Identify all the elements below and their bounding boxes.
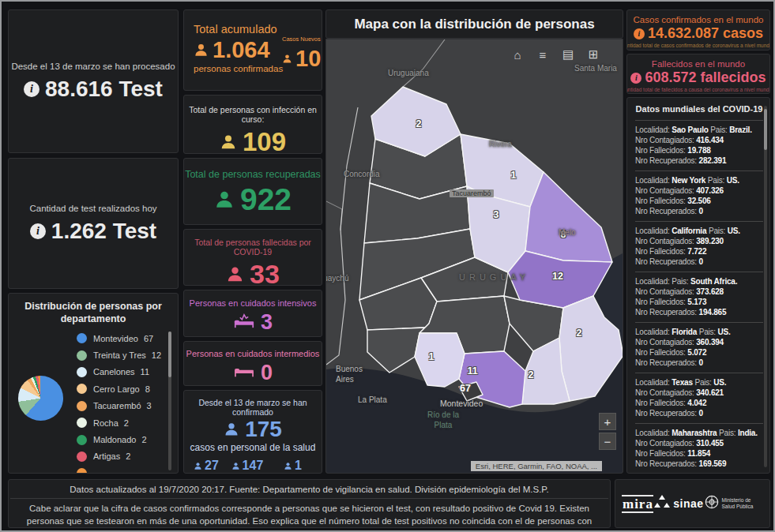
world-entry-line: Nro Fallecidos: 5.072	[635, 347, 763, 358]
deceased-value: 33	[250, 259, 280, 286]
world-deaths-label: Fallecidos en el mundo	[652, 59, 745, 69]
world-entry-line: Nro Recuperados: 0	[635, 257, 763, 267]
new-cases-block: Casos Nuevos 10	[282, 36, 321, 72]
world-confirmed-panel: Casos confirmados en el mundo i 14.632.0…	[626, 9, 770, 51]
country-value: South Africa.	[690, 277, 737, 286]
person-icon	[284, 462, 292, 470]
world-entry-line: Localidad: Sao Paulo Pais: Brazil.	[635, 125, 763, 135]
footer-panel: Datos actualizados al 19/7/2020 20:17. F…	[8, 479, 611, 528]
deaths-value: 5.072	[687, 348, 706, 357]
layers-icon[interactable]: ▤	[559, 46, 577, 63]
info-icon[interactable]: i	[24, 81, 40, 97]
breakdown-item: 27 Activos	[194, 459, 219, 474]
deaths-value: 32.506	[687, 197, 710, 205]
legend-list-icon[interactable]: ≡	[534, 46, 551, 63]
tests-processed-label: Desde el 13 de marzo se han procesado	[11, 62, 175, 71]
recovered-value: 0	[699, 207, 703, 215]
info-icon[interactable]: i	[630, 73, 641, 84]
country-value: US.	[718, 328, 731, 336]
basemap-icon[interactable]: ⊞	[585, 46, 602, 63]
map-label-montevideo: Montevideo	[440, 399, 483, 408]
breakdown-item: 1 Fallecido	[284, 459, 310, 474]
icu-value: 3	[261, 310, 273, 335]
country-value: India.	[738, 429, 758, 437]
recovered-value: 922	[240, 182, 292, 217]
world-entry-line: Nro Recuperados: 0	[635, 408, 763, 418]
mira-logo: mira	[622, 494, 653, 514]
world-entry-line: Nro Contagiados: 416.434	[635, 135, 763, 145]
info-icon[interactable]: i	[30, 223, 46, 239]
health-workers-sub-label: casos en personal de la salud	[190, 442, 316, 453]
map-marker-rivera: 1	[511, 170, 517, 181]
person-icon	[231, 462, 240, 470]
health-workers-value: 175	[245, 417, 282, 442]
health-workers-panel: Desde el 13 de marzo se han confirmado 1…	[183, 390, 322, 474]
active-cases-panel: Total de personas con infección en curso…	[183, 95, 322, 154]
recovered-value: 282.391	[699, 156, 727, 165]
world-entry-line: Localidad: Maharashtra Pais: India.	[635, 428, 763, 438]
map-marker-rocha: 2	[577, 328, 582, 339]
health-workers-breakdown: 27 Activos 147 Recuperados 1 Fallecido	[184, 453, 322, 474]
map-label-la-plata: La Plata	[358, 395, 387, 404]
tests-today-value: 1.262 Test	[51, 219, 156, 244]
map-marker-maldonado: 2	[529, 369, 534, 380]
footer-logos-panel: mira sinae Ministerio de Salud Pública	[615, 479, 770, 528]
home-icon[interactable]: ⌂	[509, 46, 526, 63]
recovered-value: 0	[699, 358, 703, 367]
footer-disclaimer-text: Cabe aclarar que la cifra de casos confi…	[9, 499, 610, 528]
bed-icon	[233, 365, 255, 381]
world-data-list-panel[interactable]: Datos mundiales del COVID-19 Localidad: …	[626, 97, 770, 474]
zoom-out-button[interactable]: −	[599, 433, 616, 450]
new-cases-label: Casos Nuevos	[282, 36, 321, 43]
icu-panel: Personas en cuidados intensivos 3	[183, 290, 322, 337]
map-attribution: Esri, HERE, Garmin, FAO, NOAA, ...	[471, 461, 602, 471]
recovered-value: 169.569	[699, 459, 727, 468]
world-entry-line: Localidad: California Pais: US.	[635, 226, 763, 236]
distribution-title: Distribución de personas por departament…	[9, 294, 178, 325]
deceased-panel: Total de personas fallecidas por COVID-1…	[183, 229, 322, 286]
zoom-in-button[interactable]: +	[599, 413, 616, 430]
infected-value: 389.230	[696, 237, 724, 245]
world-entry-line: Localidad: Pais: South Africa.	[635, 276, 763, 287]
intermediate-care-value: 0	[261, 361, 273, 385]
world-entry: Localidad: Texas Pais: US. Nro Contagiad…	[635, 373, 763, 418]
new-cases-value: 10	[295, 46, 321, 72]
deaths-value: 7.722	[687, 247, 706, 256]
world-list-scrollbar[interactable]	[764, 106, 767, 467]
uruguay-map	[326, 39, 623, 474]
pie-chart[interactable]	[18, 376, 63, 421]
info-icon[interactable]: i	[634, 28, 645, 39]
health-workers-label: Desde el 13 de marzo se han confirmado	[184, 398, 322, 417]
department-distribution-panel: Distribución de personas por departament…	[8, 293, 179, 474]
person-icon	[226, 265, 244, 283]
infected-value: 340.621	[696, 388, 724, 397]
world-entry-line: Nro Recuperados: 0	[635, 206, 763, 216]
map-label-uruguaiana: Uruguaiana	[388, 69, 429, 77]
map-label-gualeguaychu: Gualeguaychú	[325, 274, 349, 283]
icu-label: Personas en cuidados intensivos	[190, 298, 317, 308]
intermediate-care-panel: Personas en cuidados intermedios 0	[183, 341, 322, 386]
recovered-value: 0	[699, 257, 703, 266]
map-label-rio-de-la-plata: Río de la Plata	[424, 410, 462, 430]
legend-scrollbar[interactable]	[168, 332, 171, 470]
legend-dot	[77, 333, 87, 343]
sinae-logo: sinae	[654, 495, 703, 512]
intermediate-care-label: Personas en cuidados intermedios	[186, 349, 320, 358]
map-title: Mapa con la distribución de personas	[354, 17, 594, 32]
map-zoom-controls: + −	[599, 413, 616, 452]
map-marker-treinta-y-tres: 12	[552, 271, 563, 282]
locality-value: California	[672, 227, 706, 235]
legend-item: Tacuarembó3	[77, 401, 161, 411]
map-label-concordia: Concordia	[344, 170, 380, 178]
map-marker-tacuarembo: 3	[494, 209, 499, 220]
world-entry-line: Nro Recuperados: 0	[635, 358, 763, 368]
icu-bed-icon	[233, 313, 255, 332]
legend-item: Montevideo67	[77, 333, 161, 343]
world-deaths-note: Cantidad total de fallecidos a causa del…	[626, 87, 770, 92]
map-canvas[interactable]: ⌂ ≡ ▤ ⊞ 2 1 3 8 12 2 1 11 2 67 Uruguaian…	[325, 39, 623, 474]
world-entry-line: Nro Contagiados: 310.455	[635, 438, 763, 448]
accumulated-panel: Total acumulado 1.064 personas confirmad…	[183, 9, 322, 91]
legend-dot	[77, 350, 87, 361]
person-icon	[220, 133, 237, 151]
world-entry-line: Nro Contagiados: 340.621	[635, 388, 763, 398]
